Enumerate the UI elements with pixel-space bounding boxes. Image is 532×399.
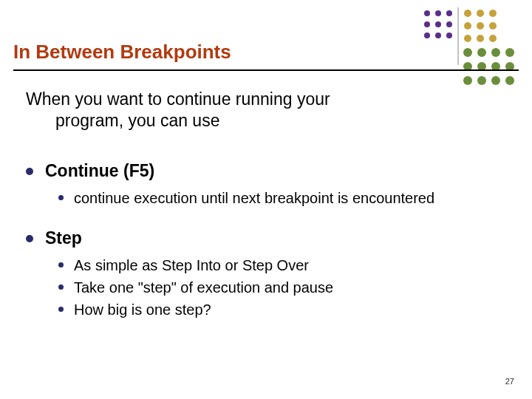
svg-point-27 [463, 76, 472, 85]
svg-point-30 [505, 76, 514, 85]
list-item: continue execution until next breakpoint… [58, 188, 480, 208]
item-text: As simple as Step Into or Step Over [74, 256, 309, 275]
svg-point-28 [477, 76, 486, 85]
item-text: How big is one step? [74, 300, 211, 319]
section-step-items: As simple as Step Into or Step Over Take… [58, 256, 480, 319]
section-heading: Continue (F5) [45, 161, 154, 181]
svg-point-10 [464, 10, 471, 17]
svg-point-1 [435, 10, 441, 16]
intro-line-1: When you want to continue running your [26, 89, 458, 110]
bullet-icon [58, 307, 64, 312]
slide-title: In Between Breakpoints [13, 41, 519, 64]
section-continue: Continue (F5) [26, 161, 480, 181]
svg-point-4 [435, 21, 441, 27]
svg-point-29 [491, 76, 500, 85]
title-bar: In Between Breakpoints [13, 41, 519, 71]
intro-line-2: program, you can use [55, 110, 458, 132]
bullet-icon [58, 195, 64, 200]
svg-point-11 [477, 10, 484, 17]
svg-point-7 [435, 33, 441, 38]
list-item: How big is one step? [58, 300, 480, 319]
section-heading: Step [45, 228, 82, 248]
slide: In Between Breakpoints When you want to … [0, 0, 532, 399]
section-step: Step [26, 228, 480, 248]
svg-point-15 [489, 22, 497, 30]
svg-point-0 [424, 10, 430, 16]
bullet-icon [58, 262, 64, 267]
slide-number: 27 [505, 377, 514, 386]
list-item: As simple as Step Into or Step Over [58, 256, 480, 275]
svg-point-2 [446, 10, 452, 16]
svg-point-8 [446, 33, 452, 38]
item-text: continue execution until next breakpoint… [74, 188, 434, 208]
item-text: Take one "step" of execution and pause [74, 278, 333, 297]
svg-point-13 [464, 22, 471, 30]
list-item: Take one "step" of execution and pause [58, 278, 480, 297]
svg-point-12 [489, 10, 497, 17]
svg-point-6 [424, 33, 430, 38]
svg-point-14 [477, 22, 484, 30]
intro-text: When you want to continue running your p… [26, 89, 458, 132]
svg-point-3 [424, 21, 430, 27]
section-continue-items: continue execution until next breakpoint… [58, 188, 480, 208]
body-content: Continue (F5) continue execution until n… [26, 148, 480, 319]
bullet-icon [26, 235, 33, 242]
bullet-icon [26, 168, 33, 175]
svg-point-5 [446, 21, 452, 27]
bullet-icon [58, 284, 64, 290]
